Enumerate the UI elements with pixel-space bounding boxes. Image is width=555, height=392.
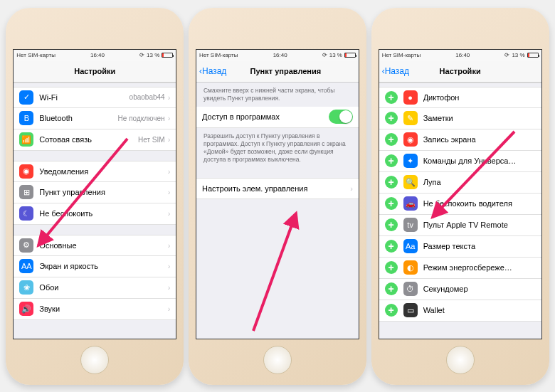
settings-row[interactable]: +✦Команды для Универса… — [379, 151, 541, 172]
row-label: Bluetooth — [39, 114, 117, 122]
settings-row[interactable]: +AaРазмер текста — [379, 236, 541, 258]
row-label: Доступ в программах — [202, 112, 329, 121]
navbar: ‹ Назад Настройки — [379, 61, 541, 83]
app-icon: ✦ — [403, 154, 418, 168]
add-icon[interactable]: + — [385, 240, 398, 253]
app-icon: Aa — [403, 239, 418, 253]
navbar: Настройки — [14, 61, 176, 83]
settings-row[interactable]: ⚙Основные› — [14, 235, 176, 256]
row-label: Размер текста — [423, 242, 536, 250]
row-value: obaobab44 — [130, 93, 165, 101]
row-label: Команды для Универса… — [423, 157, 536, 165]
settings-row[interactable]: +◉Запись экрана — [379, 129, 541, 151]
row-label: Пункт управления — [39, 188, 164, 196]
settings-row[interactable]: +✎Заметки — [379, 108, 541, 129]
navbar: ‹ Назад Пункт управления — [196, 61, 359, 83]
row-label: Заметки — [423, 114, 536, 122]
chevron-icon: › — [350, 184, 353, 193]
row-label: Звуки — [39, 304, 164, 313]
phone-2: Нет SIM-карты 16:40 ⟳13 % ‹ Назад Пункт … — [189, 8, 366, 385]
settings-row[interactable]: ✓Wi-Fiobaobab44› — [14, 87, 176, 108]
add-icon[interactable]: + — [385, 176, 398, 189]
status-bar: Нет SIM-карты 16:40 ⟳13 % — [14, 50, 176, 61]
back-button[interactable]: ‹ Назад — [379, 66, 409, 76]
settings-row[interactable]: 📶Сотовая связьНет SIM› — [14, 129, 176, 151]
phone-1: Нет SIM-карты 16:40 ⟳13 % Настройки ✓Wi-… — [6, 8, 184, 385]
app-icon: 🚗 — [403, 196, 418, 211]
app-icon: ⏱ — [403, 282, 418, 296]
row-label: Сотовая связь — [39, 135, 138, 144]
battery-pct: 13 % — [147, 52, 159, 58]
app-icon: ✓ — [19, 90, 33, 105]
settings-row[interactable]: ☾Не беспокоить› — [14, 203, 176, 225]
add-icon[interactable]: + — [385, 154, 398, 167]
row-label: Секундомер — [423, 285, 536, 293]
add-icon[interactable]: + — [385, 261, 398, 274]
status-bar: Нет SIM-карты 16:40 ⟳13 % — [379, 50, 541, 61]
row-label: Пульт Apple TV Remote — [423, 221, 536, 229]
row-label: Не беспокоить — [39, 209, 164, 218]
add-icon[interactable]: + — [385, 282, 398, 295]
app-icon: ✎ — [403, 111, 418, 125]
app-icon: ⚙ — [19, 238, 33, 253]
row-label: Лупа — [423, 178, 536, 186]
add-icon[interactable]: + — [385, 91, 398, 104]
chevron-icon: › — [168, 241, 171, 250]
row-label: Экран и яркость — [39, 262, 164, 270]
status-bar: Нет SIM-карты 16:40 ⟳13 % — [196, 50, 359, 61]
chevron-icon: › — [168, 93, 171, 102]
settings-row[interactable]: +🚗Не беспокоить водителя — [379, 194, 541, 215]
app-icon: ◉ — [19, 164, 33, 179]
row-label: Диктофон — [423, 93, 536, 102]
row-value: Нет SIM — [138, 136, 165, 144]
settings-row[interactable]: BBluetoothНе подключен› — [14, 108, 176, 129]
settings-row[interactable]: +◐Режим энергосбереже… — [379, 258, 541, 279]
app-icon: ◐ — [403, 260, 418, 275]
app-icon: ⊞ — [19, 185, 33, 199]
settings-row[interactable]: +tvПульт Apple TV Remote — [379, 215, 541, 236]
clock: 16:40 — [90, 52, 105, 58]
back-button[interactable]: ‹ Назад — [196, 66, 226, 76]
chevron-icon: › — [168, 188, 171, 196]
app-icon: ☾ — [19, 206, 33, 221]
settings-row[interactable]: +🔍Лупа — [379, 172, 541, 194]
app-icon: tv — [403, 218, 418, 232]
chevron-icon: › — [168, 262, 171, 270]
settings-row[interactable]: +▭Wallet — [379, 300, 541, 322]
row-label: Настроить элем. управления — [202, 184, 347, 193]
hint-text: Смахните вверх с нижней части экрана, чт… — [196, 83, 359, 107]
add-icon[interactable]: + — [385, 197, 398, 210]
settings-row[interactable]: ❀Обои› — [14, 277, 176, 299]
phone-3: Нет SIM-карты 16:40 ⟳13 % ‹ Назад Настро… — [371, 8, 549, 385]
page-title: Настройки — [74, 67, 115, 75]
row-label: Wi-Fi — [39, 93, 129, 102]
settings-row[interactable]: +⏱Секундомер — [379, 279, 541, 300]
settings-row[interactable]: ◉Уведомления› — [14, 161, 176, 182]
settings-row[interactable]: 🔊Звуки› — [14, 299, 176, 320]
settings-row[interactable]: ⊞Пункт управления› — [14, 182, 176, 203]
row-label: Уведомления — [39, 167, 164, 176]
settings-row[interactable]: +●Диктофон — [379, 87, 541, 108]
customize-controls-row[interactable]: Настроить элем. управления › — [196, 178, 359, 199]
row-label: Wallet — [423, 306, 536, 314]
add-icon[interactable]: + — [385, 218, 398, 231]
row-label: Обои — [39, 283, 164, 292]
toggle-hint: Разрешить доступ к Пункту управления в п… — [196, 128, 359, 168]
page-title: Пункт управления — [250, 67, 322, 75]
app-icon: AA — [19, 259, 33, 273]
chevron-icon: › — [168, 167, 171, 176]
access-in-apps-row[interactable]: Доступ в программах — [196, 107, 359, 128]
page-title: Настройки — [440, 67, 481, 75]
settings-row[interactable]: AAЭкран и яркость› — [14, 256, 176, 277]
add-icon[interactable]: + — [385, 304, 398, 317]
app-icon: ◉ — [403, 132, 418, 147]
add-icon[interactable]: + — [385, 133, 398, 146]
add-icon[interactable]: + — [385, 112, 398, 125]
row-label: Не беспокоить водителя — [423, 199, 536, 208]
chevron-icon: › — [168, 283, 171, 292]
chevron-icon: › — [168, 304, 171, 313]
toggle-switch[interactable] — [329, 110, 353, 124]
app-icon: ▭ — [403, 303, 418, 317]
chevron-icon: › — [168, 114, 171, 122]
row-label: Запись экрана — [423, 135, 536, 144]
